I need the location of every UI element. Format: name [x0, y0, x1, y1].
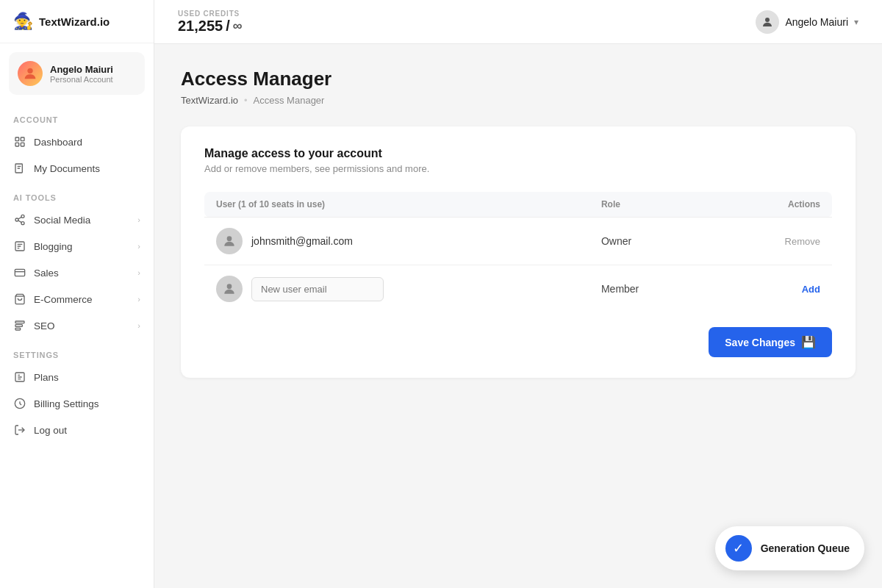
user-cell: johnsmith@gmail.com	[204, 218, 589, 265]
credits-label: USED CREDITS	[178, 10, 243, 18]
sidebar-item-ecommerce-label: E-Commerce	[34, 294, 130, 305]
section-label-settings: Settings	[0, 339, 154, 364]
svg-rect-12	[15, 269, 24, 276]
sidebar-item-plans-label: Plans	[34, 372, 140, 383]
sidebar-item-social-media[interactable]: Social Media ›	[0, 207, 154, 233]
user-role-cell: Owner	[589, 218, 713, 265]
topbar-user-name: Angelo Maiuri	[785, 16, 848, 28]
chevron-right-icon-4: ›	[137, 295, 140, 304]
logout-icon	[13, 423, 26, 437]
new-user-avatar	[216, 276, 243, 302]
credits-number: 21,255	[178, 18, 223, 35]
sidebar-item-blogging[interactable]: Blogging ›	[0, 233, 154, 259]
credits-value: 21,255/∞	[178, 18, 243, 35]
section-label-aitools: AI Tools	[0, 182, 154, 207]
sidebar-item-dashboard-label: Dashboard	[34, 137, 140, 148]
blog-icon	[13, 240, 26, 253]
sidebar-item-dashboard[interactable]: Dashboard	[0, 129, 154, 155]
new-user-role: Member	[601, 283, 639, 295]
topbar-chevron-icon: ▾	[854, 17, 858, 27]
check-icon: ✓	[733, 540, 744, 556]
main-content: USED CREDITS 21,255/∞ Angelo Maiuri ▾ Ac…	[154, 0, 882, 588]
sidebar-item-seo[interactable]: SEO ›	[0, 312, 154, 339]
gen-queue-label: Generation Queue	[761, 542, 850, 554]
sidebar-item-sales[interactable]: Sales ›	[0, 259, 154, 286]
avatar	[18, 61, 43, 86]
gen-queue-check-circle: ✓	[725, 535, 752, 562]
section-label-account: Account	[0, 104, 154, 129]
page-content: Access Manager TextWizard.io • Access Ma…	[154, 44, 882, 588]
svg-rect-4	[21, 143, 24, 146]
infinity-icon: ∞	[233, 18, 243, 34]
svg-point-20	[765, 18, 770, 22]
breadcrumb-root[interactable]: TextWizard.io	[181, 95, 238, 106]
sidebar-item-billing-label: Billing Settings	[34, 398, 140, 409]
sidebar-item-logout[interactable]: Log out	[0, 417, 154, 443]
topbar: USED CREDITS 21,255/∞ Angelo Maiuri ▾	[154, 0, 882, 44]
table-row: johnsmith@gmail.com Owner Remove	[204, 218, 832, 265]
sidebar-item-plans[interactable]: Plans	[0, 364, 154, 390]
sidebar-profile[interactable]: Angelo Maiuri Personal Account	[9, 52, 145, 95]
profile-name: Angelo Maiuri	[50, 64, 113, 75]
breadcrumb-current: Access Manager	[254, 95, 325, 106]
user-action-cell: Remove	[713, 218, 832, 265]
sidebar-logo[interactable]: 🧙 TextWizard.io	[0, 0, 154, 43]
dashboard-icon	[13, 135, 26, 148]
save-changes-button[interactable]: Save Changes 💾	[709, 327, 832, 357]
credits-section: USED CREDITS 21,255/∞	[178, 10, 243, 35]
new-user-action-cell: Add	[713, 265, 832, 313]
remove-button[interactable]: Remove	[725, 236, 820, 247]
chevron-right-icon-2: ›	[137, 242, 140, 251]
generation-queue[interactable]: ✓ Generation Queue	[715, 526, 864, 570]
sidebar-item-my-documents-label: My Documents	[34, 163, 140, 174]
new-user-role-cell: Member	[589, 265, 713, 313]
svg-point-21	[227, 236, 232, 241]
sidebar-item-ecommerce[interactable]: E-Commerce ›	[0, 286, 154, 312]
add-button[interactable]: Add	[725, 284, 820, 295]
svg-point-0	[27, 68, 32, 74]
social-icon	[13, 213, 26, 226]
col-role-header: Role	[589, 192, 713, 218]
sidebar-item-sales-label: Sales	[34, 268, 130, 279]
ecommerce-icon	[13, 293, 26, 306]
card-subtitle: Add or remove members, see permissions a…	[204, 163, 832, 174]
sidebar: 🧙 TextWizard.io Angelo Maiuri Personal A…	[0, 0, 154, 588]
svg-line-10	[18, 217, 22, 219]
access-table: User (1 of 10 seats in use) Role Actions	[204, 192, 832, 312]
sidebar-item-seo-label: SEO	[34, 320, 130, 331]
save-changes-label: Save Changes	[725, 337, 795, 348]
user-account-icon	[756, 10, 779, 34]
topbar-user[interactable]: Angelo Maiuri ▾	[756, 10, 858, 34]
sidebar-item-blogging-label: Blogging	[34, 241, 130, 252]
sales-icon	[13, 266, 26, 279]
sidebar-item-logout-label: Log out	[34, 425, 140, 436]
sidebar-item-my-documents[interactable]: My Documents	[0, 155, 154, 182]
sidebar-item-social-media-label: Social Media	[34, 215, 130, 226]
plans-icon	[13, 370, 26, 384]
user-avatar	[216, 228, 243, 254]
col-user-header: User (1 of 10 seats in use)	[204, 192, 589, 218]
save-row: Save Changes 💾	[204, 327, 832, 357]
svg-point-6	[21, 215, 24, 218]
chevron-right-icon-3: ›	[137, 268, 140, 277]
new-user-row: Member Add	[204, 265, 832, 313]
seo-icon	[13, 319, 26, 332]
chevron-right-icon-5: ›	[137, 321, 140, 330]
svg-rect-14	[15, 321, 24, 323]
chevron-right-icon: ›	[137, 215, 140, 224]
logo-icon: 🧙	[13, 12, 33, 31]
profile-type: Personal Account	[50, 75, 113, 84]
new-user-cell	[204, 265, 589, 313]
breadcrumb: TextWizard.io • Access Manager	[181, 95, 856, 106]
svg-point-8	[21, 222, 24, 225]
sidebar-item-billing[interactable]: Billing Settings	[0, 390, 154, 417]
profile-info: Angelo Maiuri Personal Account	[50, 64, 113, 84]
page-title: Access Manager	[181, 68, 856, 90]
svg-rect-2	[21, 137, 24, 141]
billing-icon	[13, 397, 26, 410]
breadcrumb-separator: •	[244, 95, 248, 106]
svg-point-7	[15, 218, 18, 221]
new-user-email-input[interactable]	[251, 277, 384, 301]
save-icon: 💾	[801, 335, 816, 349]
svg-rect-15	[15, 325, 22, 327]
